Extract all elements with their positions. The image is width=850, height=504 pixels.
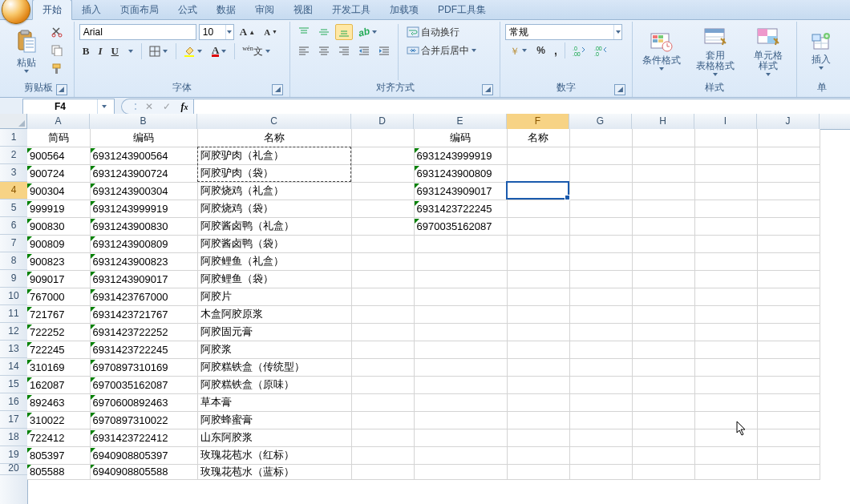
cell[interactable]	[351, 429, 414, 446]
cell[interactable]	[507, 464, 569, 479]
cell[interactable]: 6931243900823	[90, 252, 197, 270]
cell[interactable]	[507, 376, 569, 393]
align-bottom-button[interactable]	[335, 24, 353, 40]
align-top-button[interactable]	[295, 24, 313, 40]
row-header-1[interactable]: 1	[0, 129, 27, 147]
align-dialog-launcher[interactable]: ◢	[482, 84, 493, 95]
cell[interactable]	[414, 235, 507, 252]
cell[interactable]	[632, 252, 694, 270]
cell[interactable]	[694, 411, 757, 429]
cell[interactable]: 162087	[27, 376, 90, 393]
tab-2[interactable]: 页面布局	[111, 0, 168, 19]
row-header-2[interactable]: 2	[0, 147, 27, 164]
format-as-table-button[interactable]: 套用 表格格式	[690, 24, 742, 80]
cell[interactable]	[632, 464, 694, 479]
cell[interactable]	[507, 200, 569, 217]
number-format-input[interactable]	[506, 25, 613, 39]
cell[interactable]	[507, 341, 569, 358]
enter-formula-button[interactable]: ✓	[158, 99, 176, 114]
cell[interactable]	[569, 129, 632, 147]
cell[interactable]: 阿胶烧鸡（礼盒）	[197, 182, 351, 200]
cell[interactable]: 阿胶驴肉（礼盒）	[197, 147, 351, 164]
cell[interactable]: 722412	[27, 429, 90, 446]
name-box[interactable]	[22, 99, 115, 115]
cell[interactable]	[569, 164, 632, 182]
cell[interactable]: 900830	[27, 217, 90, 235]
cell[interactable]: 6931243909017	[90, 270, 197, 288]
cell[interactable]	[414, 305, 507, 323]
cell[interactable]: 6970897310022	[90, 411, 197, 429]
cell[interactable]	[569, 270, 632, 288]
cell[interactable]	[694, 358, 757, 376]
cell[interactable]: 900564	[27, 147, 90, 164]
cell[interactable]	[507, 217, 569, 235]
cell[interactable]	[694, 164, 757, 182]
cell[interactable]: 6970600892463	[90, 393, 197, 411]
col-header-B[interactable]: B	[90, 114, 197, 129]
cell[interactable]	[632, 164, 694, 182]
percent-button[interactable]: %	[533, 42, 548, 58]
comma-button[interactable]: ,	[551, 42, 561, 58]
border-button[interactable]	[146, 43, 172, 59]
cell[interactable]	[569, 217, 632, 235]
cell[interactable]	[351, 464, 414, 479]
cell[interactable]: 玫瑰花苞水（蓝标）	[197, 464, 351, 479]
formula-input[interactable]	[194, 99, 850, 114]
cell[interactable]: 721767	[27, 305, 90, 323]
format-painter-button[interactable]	[48, 61, 66, 77]
cell[interactable]	[569, 200, 632, 217]
cell[interactable]	[632, 376, 694, 393]
number-dialog-launcher[interactable]: ◢	[614, 84, 625, 95]
select-all-button[interactable]	[0, 114, 27, 129]
cell[interactable]	[351, 288, 414, 305]
cell[interactable]	[351, 129, 414, 147]
row-header-6[interactable]: 6	[0, 217, 27, 235]
tab-4[interactable]: 数据	[207, 0, 245, 19]
row-header-9[interactable]: 9	[0, 270, 27, 288]
col-header-C[interactable]: C	[197, 114, 351, 129]
cell[interactable]: 玫瑰花苞水（红标）	[197, 446, 351, 464]
col-header-H[interactable]: H	[632, 114, 694, 129]
cell[interactable]	[632, 147, 694, 164]
cell[interactable]	[757, 164, 820, 182]
cell[interactable]	[351, 411, 414, 429]
cell[interactable]: 6931423722245	[414, 200, 507, 217]
cell[interactable]: 木盒阿胶原浆	[197, 305, 351, 323]
fill-color-button[interactable]	[180, 43, 206, 59]
cell[interactable]	[694, 182, 757, 200]
cell[interactable]	[569, 305, 632, 323]
bold-button[interactable]: B	[79, 43, 93, 59]
insert-cells-button[interactable]: 插入	[802, 24, 840, 80]
cell[interactable]: 6931243999919	[414, 147, 507, 164]
cell[interactable]	[351, 147, 414, 164]
cell[interactable]	[694, 446, 757, 464]
cell[interactable]: 简码	[27, 129, 90, 147]
cell[interactable]: 编码	[414, 129, 507, 147]
cell[interactable]	[414, 252, 507, 270]
cell[interactable]	[351, 217, 414, 235]
cell[interactable]: 6931243900830	[90, 217, 197, 235]
cell[interactable]: 名称	[197, 129, 351, 147]
cell[interactable]	[351, 341, 414, 358]
cell[interactable]: 6931243900809	[90, 235, 197, 252]
cell[interactable]: 767000	[27, 288, 90, 305]
cell[interactable]	[569, 182, 632, 200]
cell[interactable]: 6931423767000	[90, 288, 197, 305]
cell[interactable]	[569, 288, 632, 305]
cell[interactable]	[757, 252, 820, 270]
cell[interactable]	[757, 182, 820, 200]
tab-8[interactable]: 加载项	[380, 0, 428, 19]
cell[interactable]	[414, 288, 507, 305]
cell[interactable]	[694, 464, 757, 479]
worksheet-grid[interactable]: ABCDEFGHIJ 12345678910111213141516171819…	[0, 114, 850, 504]
cell[interactable]	[351, 164, 414, 182]
conditional-format-button[interactable]: 条件格式	[638, 24, 686, 80]
cell[interactable]	[569, 252, 632, 270]
cell[interactable]	[414, 393, 507, 411]
cell[interactable]	[757, 393, 820, 411]
wrap-text-button[interactable]: 自动换行	[403, 24, 474, 40]
cut-button[interactable]	[48, 24, 66, 40]
cell[interactable]	[569, 341, 632, 358]
cell[interactable]	[351, 393, 414, 411]
col-header-J[interactable]: J	[757, 114, 820, 129]
